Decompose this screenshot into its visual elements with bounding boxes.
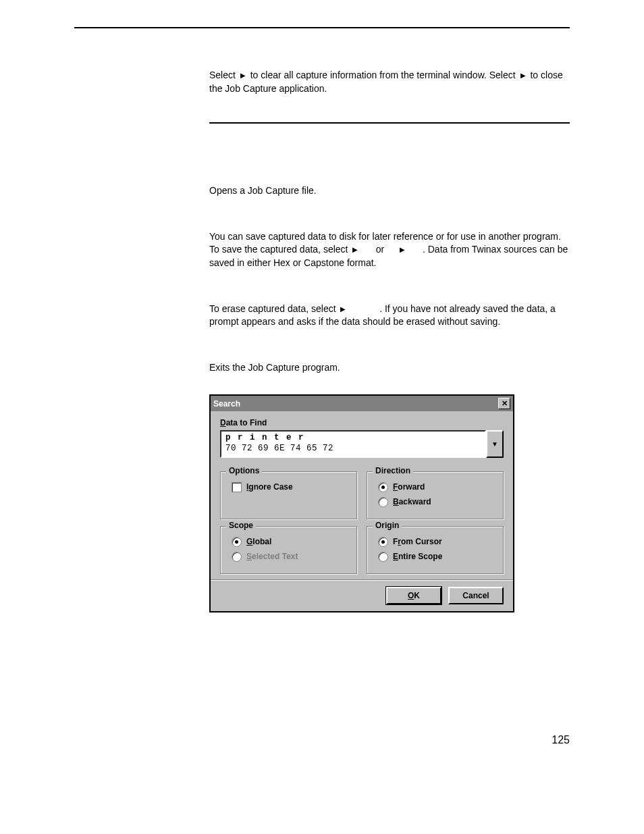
menu-arrow-icon: ▶ <box>352 245 358 255</box>
from-cursor-radio[interactable]: From Cursor <box>378 537 496 547</box>
section-rule <box>209 122 570 124</box>
input-hex-row: 70 72 69 6E 74 65 72 <box>225 444 482 454</box>
radio-icon <box>378 497 388 507</box>
data-to-find-label: Data to Find <box>220 418 504 427</box>
reset-text-a: To erase captured data, select <box>209 303 338 314</box>
save-paragraph: You can save captured data to disk for l… <box>209 230 570 270</box>
global-radio[interactable]: Global <box>232 537 350 547</box>
combo-dropdown-button[interactable]: ▼ <box>486 430 504 457</box>
dialog-title-text: Search <box>213 399 240 409</box>
menu-arrow-icon: ▶ <box>240 71 246 80</box>
chevron-down-icon: ▼ <box>491 440 498 448</box>
checkbox-icon <box>232 482 242 492</box>
entire-scope-radio[interactable]: Entire Scope <box>378 552 496 562</box>
dialog-titlebar: Search ✕ <box>211 396 513 411</box>
ignore-case-checkbox[interactable]: Ignore Case <box>232 482 350 492</box>
radio-icon <box>378 537 388 547</box>
intro-text-1: Select <box>209 70 238 80</box>
reset-paragraph: To erase captured data, select ▶ . If yo… <box>209 303 570 329</box>
menu-arrow-icon: ▶ <box>520 71 526 80</box>
options-group: Options Ignore Case <box>220 471 357 519</box>
save-text-or: or <box>376 244 387 255</box>
radio-icon <box>232 552 242 562</box>
scope-group: Scope Global Selected Text <box>220 526 357 574</box>
input-letters-row: printer <box>225 433 482 444</box>
menu-arrow-icon: ▶ <box>340 305 346 314</box>
close-icon: ✕ <box>502 400 508 407</box>
ok-button[interactable]: OK <box>386 587 441 604</box>
intro-paragraph: Select ▶ to clear all capture informatio… <box>209 69 570 95</box>
backward-radio[interactable]: Backward <box>378 497 496 507</box>
page-number: 125 <box>74 734 570 746</box>
radio-icon <box>232 537 242 547</box>
selected-text-radio: Selected Text <box>232 552 350 562</box>
origin-title: Origin <box>373 521 402 530</box>
radio-icon <box>378 552 388 562</box>
cancel-button[interactable]: Cancel <box>448 587 504 604</box>
data-to-find-input[interactable]: printer 70 72 69 6E 74 65 72 <box>220 430 486 457</box>
scope-title: Scope <box>226 521 256 530</box>
origin-group: Origin From Cursor Entire Scope <box>367 526 504 574</box>
close-button[interactable]: ✕ <box>498 398 510 409</box>
direction-title: Direction <box>373 466 413 475</box>
open-text: Opens a Job Capture file. <box>209 184 570 198</box>
data-to-find-combo[interactable]: printer 70 72 69 6E 74 65 72 ▼ <box>220 430 504 457</box>
intro-text-2: to clear all capture information from th… <box>250 70 518 80</box>
radio-icon <box>378 482 388 492</box>
search-dialog: Search ✕ Data to Find printer 70 72 69 6… <box>209 394 514 612</box>
top-rule <box>74 27 570 28</box>
forward-radio[interactable]: Forward <box>378 482 496 492</box>
options-title: Options <box>226 466 262 475</box>
menu-arrow-icon: ▶ <box>400 245 405 255</box>
direction-group: Direction Forward Backward <box>367 471 504 519</box>
exit-text: Exits the Job Capture program. <box>209 361 570 375</box>
